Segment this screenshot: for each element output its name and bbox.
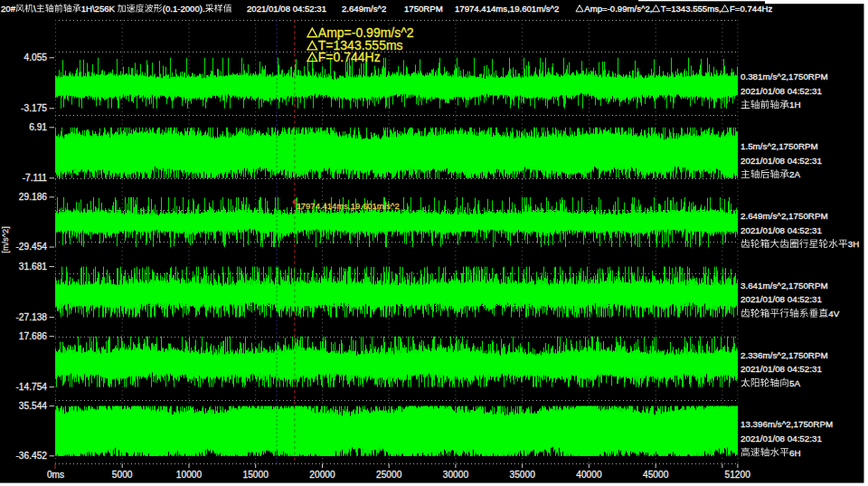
svg-text:3H: 3H [848, 239, 860, 249]
svg-text:4.055: 4.055 [24, 52, 48, 62]
svg-text:-14.754: -14.754 [15, 382, 47, 392]
svg-text:-3.175: -3.175 [21, 103, 47, 113]
svg-text:15000: 15000 [243, 470, 269, 480]
svg-text:13.396m/s^2,1750RPM: 13.396m/s^2,1750RPM [741, 419, 833, 429]
svg-text:[m/s^2]: [m/s^2] [1, 226, 10, 253]
svg-text:-7.111: -7.111 [23, 173, 48, 183]
svg-text:2021/01/08 04:52:31: 2021/01/08 04:52:31 [741, 86, 822, 96]
svg-text:F=0.744Hz: F=0.744Hz [318, 50, 381, 64]
svg-text:0ms: 0ms [47, 470, 64, 480]
svg-text:2021/01/08 04:52:31: 2021/01/08 04:52:31 [741, 434, 822, 443]
svg-text:\: \ [33, 4, 36, 14]
svg-text:35000: 35000 [510, 470, 536, 480]
svg-text:(0.1-2000).: (0.1-2000). [163, 4, 205, 14]
svg-text:3.641m/s^2,1750RPM: 3.641m/s^2,1750RPM [741, 281, 828, 291]
svg-text:2.649m/s^2: 2.649m/s^2 [342, 4, 386, 14]
svg-text:1H: 1H [789, 100, 801, 110]
svg-text:20000: 20000 [309, 470, 335, 480]
svg-text:T=1343.555ms,: T=1343.555ms, [661, 4, 722, 14]
svg-text:1H\256K: 1H\256K [81, 4, 116, 14]
svg-text:17.686: 17.686 [19, 331, 47, 341]
svg-text:20#: 20# [1, 4, 16, 14]
svg-text:-29.454: -29.454 [15, 242, 47, 252]
svg-text:2021/01/08 04:52:31: 2021/01/08 04:52:31 [741, 364, 822, 374]
svg-text:-36.452: -36.452 [15, 451, 47, 461]
svg-text:6.91: 6.91 [29, 122, 47, 132]
svg-text:2A: 2A [789, 169, 800, 179]
svg-text:4V: 4V [828, 309, 839, 319]
svg-text:0.381m/s^2,1750RPM: 0.381m/s^2,1750RPM [741, 71, 828, 81]
svg-text:5000: 5000 [112, 470, 133, 480]
svg-text:2021/01/08 04:52:31: 2021/01/08 04:52:31 [741, 294, 822, 304]
svg-text:1.5m/s^2,1750RPM: 1.5m/s^2,1750RPM [741, 141, 818, 151]
svg-text:Amp=-0.99m/s^2,: Amp=-0.99m/s^2, [584, 4, 652, 14]
svg-text:F=0.744Hz: F=0.744Hz [730, 4, 772, 14]
svg-text:25000: 25000 [376, 470, 402, 480]
svg-text:6H: 6H [789, 448, 801, 458]
svg-text:2021/01/08 04:52:31: 2021/01/08 04:52:31 [741, 156, 822, 166]
svg-text:29.186: 29.186 [19, 192, 47, 202]
svg-text:2021/01/08 04:52:31: 2021/01/08 04:52:31 [741, 225, 822, 235]
svg-text:-27.138: -27.138 [15, 312, 47, 322]
svg-text:31.681: 31.681 [19, 262, 47, 272]
svg-text:5A: 5A [789, 378, 800, 388]
svg-text:45000: 45000 [643, 470, 669, 480]
svg-text:2.649m/s^2,1750RPM: 2.649m/s^2,1750RPM [741, 211, 828, 221]
svg-text:1750RPM: 1750RPM [404, 4, 443, 14]
svg-text:2.336m/s^2,1750RPM: 2.336m/s^2,1750RPM [741, 350, 828, 360]
svg-text:17974.414ms,19.601m/s^2: 17974.414ms,19.601m/s^2 [297, 201, 400, 211]
svg-text:40000: 40000 [576, 470, 602, 480]
svg-text:30000: 30000 [443, 470, 469, 480]
svg-text:2021/01/08 04:52:31: 2021/01/08 04:52:31 [247, 4, 326, 14]
svg-text:17974.414ms,19.601m/s^2: 17974.414ms,19.601m/s^2 [455, 4, 559, 14]
svg-text:35.544: 35.544 [19, 401, 47, 411]
svg-text:10000: 10000 [176, 470, 203, 480]
svg-text:51200: 51200 [725, 470, 751, 480]
